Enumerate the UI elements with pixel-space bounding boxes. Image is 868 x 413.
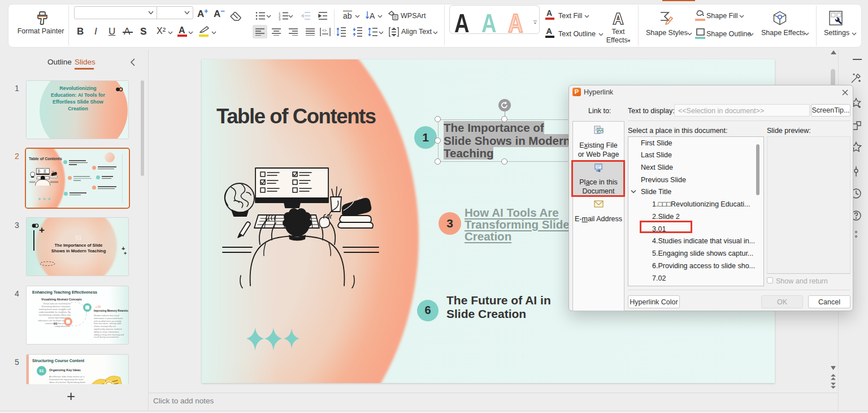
svg-text:3: 3	[279, 18, 281, 20]
svg-text:<>: <>	[322, 28, 327, 32]
svg-text:A: A	[370, 11, 375, 20]
